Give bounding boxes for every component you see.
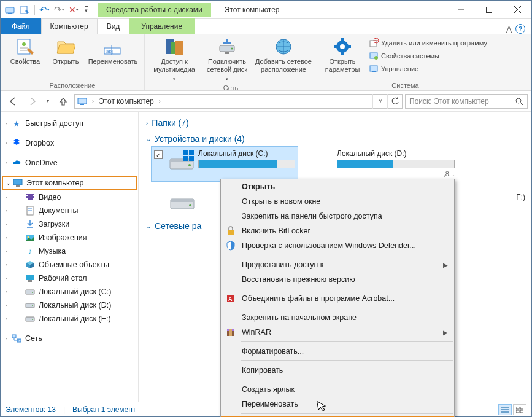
ctx-bitlocker[interactable]: Включить BitLocker <box>221 224 454 238</box>
rename-button[interactable]: ab| Переименовать <box>85 36 141 66</box>
breadcrumb-this-pc[interactable]: Этот компьютер <box>96 95 156 108</box>
expand-icon[interactable]: › <box>3 302 9 308</box>
address-bar[interactable]: › Этот компьютер › ⋎ <box>74 94 403 109</box>
expand-icon[interactable]: › <box>3 160 9 166</box>
add-network-location-button[interactable]: Добавить сетевое расположение <box>254 36 313 74</box>
view-tab[interactable]: Вид <box>98 18 129 34</box>
properties-qat-icon[interactable] <box>18 3 31 17</box>
expand-icon[interactable]: › <box>3 335 9 341</box>
map-drive-button[interactable]: Подключить сетевой диск▾ <box>202 36 252 83</box>
open-button[interactable]: Открыть <box>48 36 83 66</box>
redo-icon[interactable]: ↷▾ <box>52 3 66 17</box>
nav-desktop[interactable]: ›Рабочий стол <box>1 271 138 285</box>
nav-dropbox[interactable]: ›Dropbox <box>1 136 138 150</box>
nav-disk-d[interactable]: ›Локальный диск (D:) <box>1 298 138 312</box>
window-title: Этот компьютер <box>218 6 286 14</box>
minimize-button[interactable] <box>447 1 475 19</box>
media-access-button[interactable]: Доступ к мультимедиа▾ <box>148 36 200 83</box>
path-separator-icon[interactable]: › <box>90 98 96 104</box>
nav-quick-access[interactable]: ›★Быстрый доступ <box>1 117 138 130</box>
up-button[interactable] <box>55 93 72 109</box>
nav-onedrive[interactable]: ›OneDrive <box>1 156 138 170</box>
help-icon[interactable]: ? <box>515 24 525 34</box>
app-icon[interactable] <box>3 3 17 17</box>
nav-this-pc[interactable]: ⌄Этот компьютер <box>2 176 137 190</box>
svg-rect-38 <box>13 179 22 185</box>
forward-button[interactable] <box>24 93 41 109</box>
network-icon <box>12 333 21 343</box>
expand-icon[interactable]: › <box>3 289 9 295</box>
expand-icon[interactable]: › <box>3 275 9 281</box>
qat-customize-icon[interactable]: ▾ <box>82 3 90 17</box>
ctx-rename[interactable]: Переименовать <box>221 397 454 411</box>
expand-icon[interactable]: › <box>3 194 9 200</box>
nav-disk-e[interactable]: ›Локальный диск (E:) <box>1 312 138 325</box>
nav-music[interactable]: ›♪Музыка <box>1 244 138 258</box>
nav-videos[interactable]: ›Видео <box>1 190 138 204</box>
qat-separator <box>33 3 36 17</box>
expand-icon[interactable]: › <box>3 208 9 214</box>
file-tab[interactable]: Файл <box>1 18 41 34</box>
address-dropdown-icon[interactable]: ⋎ <box>372 94 387 109</box>
drive-d[interactable]: Локальный диск (D:) ,8... <box>323 146 458 182</box>
recent-locations-button[interactable]: ▾ <box>44 93 52 109</box>
ctx-open-new-window[interactable]: Открыть в новом окне <box>221 194 454 209</box>
path-separator-icon[interactable]: › <box>156 98 163 104</box>
manage-button[interactable]: Управление <box>366 63 490 75</box>
ctx-defender[interactable]: Проверка с использованием Windows Defend… <box>221 238 454 253</box>
properties-button[interactable]: Свойства <box>4 36 46 66</box>
nav-downloads[interactable]: ›Загрузки <box>1 217 138 231</box>
computer-tab[interactable]: Компьютер <box>41 18 98 34</box>
nav-documents[interactable]: ›Документы <box>1 204 138 217</box>
delete-qat-icon[interactable]: ✕▾ <box>67 3 80 17</box>
expand-icon[interactable]: › <box>3 235 9 241</box>
svg-rect-32 <box>370 66 377 71</box>
ctx-winrar[interactable]: WinRAR▶ <box>221 325 454 340</box>
maximize-button[interactable] <box>475 1 503 19</box>
ctx-share[interactable]: Предоставить доступ к▶ <box>221 257 454 272</box>
ctx-format[interactable]: Форматировать... <box>221 344 454 359</box>
nav-3d-objects[interactable]: ›Объемные объекты <box>1 258 138 271</box>
details-view-button[interactable] <box>498 404 512 415</box>
ctx-copy[interactable]: Копировать <box>221 363 454 378</box>
drive-c[interactable]: ✓ Локальный диск (C:) <box>151 146 298 182</box>
drive-icon-generic[interactable] <box>168 193 196 214</box>
expand-icon[interactable]: › <box>3 262 9 268</box>
expand-icon[interactable]: › <box>3 221 9 227</box>
nav-pictures[interactable]: ›Изображения <box>1 231 138 244</box>
ribbon-collapse-icon[interactable]: ⋀ <box>506 25 512 33</box>
manage-icon <box>369 64 379 74</box>
search-input[interactable]: Поиск: Этот компьютер <box>405 94 528 109</box>
refresh-icon[interactable] <box>387 94 402 109</box>
expand-icon[interactable]: › <box>3 140 9 146</box>
uninstall-button[interactable]: Удалить или изменить программу <box>366 37 490 49</box>
tiles-view-button[interactable] <box>513 404 526 415</box>
nav-network[interactable]: ›Сеть <box>1 332 138 345</box>
expand-icon[interactable]: › <box>3 316 9 322</box>
drives-group-header[interactable]: ⌄Устройства и диски (4) <box>142 130 531 146</box>
svg-rect-42 <box>33 195 34 196</box>
downloads-icon <box>25 219 35 229</box>
expand-icon[interactable]: › <box>3 120 9 127</box>
manage-tab[interactable]: Управление <box>129 18 195 34</box>
collapse-icon[interactable]: ⌄ <box>6 180 12 186</box>
folders-group-header[interactable]: ›Папки (7) <box>142 114 531 130</box>
expand-icon[interactable]: › <box>3 248 9 254</box>
ctx-create-shortcut[interactable]: Создать ярлык <box>221 382 454 397</box>
open-settings-button[interactable]: Открыть параметры <box>321 36 364 74</box>
svg-rect-25 <box>334 45 337 48</box>
ctx-pin-quick-access[interactable]: Закрепить на панели быстрого доступа <box>221 209 454 224</box>
submenu-arrow-icon: ▶ <box>443 329 448 336</box>
ctx-acrobat[interactable]: AОбъединить файлы в программе Acrobat... <box>221 291 454 306</box>
back-button[interactable] <box>4 93 21 109</box>
ctx-restore-previous[interactable]: Восстановить прежнюю версию <box>221 272 454 287</box>
nav-disk-c[interactable]: ›Локальный диск (C:) <box>1 285 138 298</box>
undo-icon[interactable]: ↶▾ <box>37 3 51 17</box>
ctx-pin-start[interactable]: Закрепить на начальном экране <box>221 310 454 325</box>
close-button[interactable] <box>503 1 531 19</box>
svg-point-31 <box>374 56 378 60</box>
drive-checkbox[interactable]: ✓ <box>154 150 163 159</box>
svg-text:A: A <box>228 296 233 302</box>
system-properties-button[interactable]: Свойства системы <box>366 50 490 62</box>
ctx-open[interactable]: Открыть <box>221 179 454 194</box>
